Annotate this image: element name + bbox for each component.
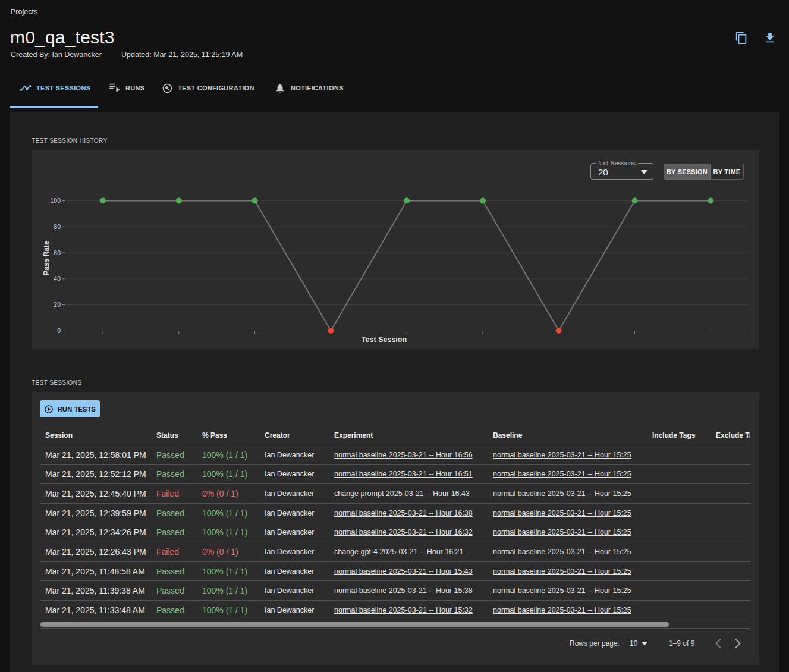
svg-text:80: 80 <box>54 223 61 230</box>
svg-text:60: 60 <box>54 249 61 256</box>
svg-text:20: 20 <box>54 301 61 308</box>
svg-text:100: 100 <box>50 197 61 204</box>
svg-text:Pass Rate: Pass Rate <box>42 241 51 275</box>
svg-text:40: 40 <box>54 275 61 282</box>
svg-text:0: 0 <box>57 327 61 334</box>
svg-text:Test Session: Test Session <box>362 335 407 344</box>
